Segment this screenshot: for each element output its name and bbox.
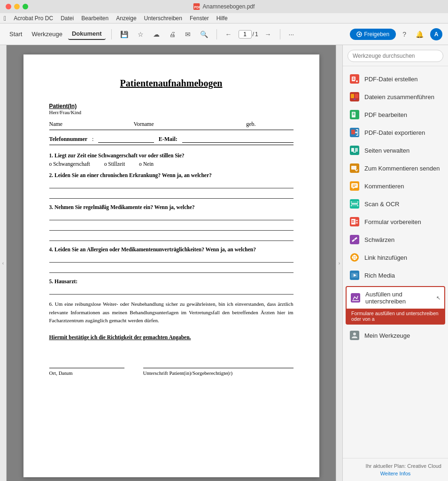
pages-icon bbox=[349, 145, 360, 155]
q2-line-1 bbox=[49, 181, 294, 188]
notification-icon[interactable]: 🔔 bbox=[413, 29, 426, 40]
tool-pdf-create[interactable]: PDF-Datei erstellen bbox=[343, 70, 448, 88]
save-icon[interactable]: 💾 bbox=[117, 29, 131, 40]
tool-export[interactable]: PDF-Datei exportieren bbox=[343, 124, 448, 141]
tool-fill-sign[interactable]: Ausfüllen und unterschreiben ↖ bbox=[347, 287, 444, 309]
tool-fill-sign-label: Ausfüllen und unterschreiben bbox=[365, 291, 432, 305]
svg-rect-39 bbox=[352, 222, 354, 223]
tool-media[interactable]: Rich Media bbox=[343, 266, 448, 284]
tools-button[interactable]: Werkzeuge bbox=[28, 29, 66, 39]
tool-scan[interactable]: Scan & OCR bbox=[343, 195, 448, 213]
q4-line-1 bbox=[49, 255, 294, 263]
bookmark-icon[interactable]: ☆ bbox=[135, 29, 147, 40]
tool-form-label: Formular vorbereiten bbox=[364, 218, 421, 225]
help-icon[interactable]: ? bbox=[400, 29, 409, 40]
tool-link[interactable]: Link hinzufügen bbox=[343, 248, 448, 266]
email-label: E-Mail: bbox=[159, 136, 178, 143]
more-options-icon[interactable]: ··· bbox=[286, 29, 297, 40]
confirmation-text: Hiermit bestätige ich die Richtigkeit de… bbox=[49, 334, 294, 340]
menu-app[interactable]: Acrobat Pro DC bbox=[14, 15, 53, 22]
scan-icon bbox=[349, 199, 360, 209]
q3-line-3 bbox=[49, 233, 294, 241]
tools-search-input[interactable] bbox=[348, 50, 443, 62]
toolbar-separator-2 bbox=[216, 29, 217, 39]
pdf-document: Patientenaufnahmebogen Patient(In) Herr/… bbox=[23, 54, 319, 477]
tool-export-label: PDF-Datei exportieren bbox=[364, 129, 425, 136]
menu-datei[interactable]: Datei bbox=[61, 15, 74, 22]
fill-sign-icon bbox=[350, 293, 361, 303]
merge-icon bbox=[349, 92, 360, 102]
zoom-icon[interactable]: 🔍 bbox=[197, 29, 211, 40]
menu-anzeige[interactable]: Anzeige bbox=[116, 15, 136, 22]
close-button[interactable] bbox=[6, 4, 11, 9]
tool-form[interactable]: Formular vorbereiten bbox=[343, 213, 448, 231]
tool-fill-sign-container: Ausfüllen und unterschreiben ↖ Formulare… bbox=[346, 286, 445, 325]
svg-rect-40 bbox=[356, 220, 358, 221]
user-avatar[interactable]: A bbox=[430, 28, 442, 40]
q3-line-2 bbox=[49, 223, 294, 231]
sig-left: Ort, Datum bbox=[49, 354, 124, 376]
menu-unterschreiben[interactable]: Unterschreiben bbox=[144, 15, 182, 22]
more-info-link[interactable]: Weitere Infos bbox=[349, 471, 441, 476]
sig-right-label: Unterschrift Patient(in)/Sorgeberechtigt… bbox=[143, 370, 294, 376]
page-number-input[interactable] bbox=[239, 30, 252, 39]
export-icon bbox=[349, 127, 360, 138]
cursor-indicator: ↖ bbox=[436, 295, 440, 301]
my-tools-icon bbox=[349, 330, 360, 341]
share-button[interactable]: Freigeben bbox=[350, 29, 396, 40]
right-panel: PDF-Datei erstellen Dateien zusammenführ… bbox=[342, 45, 448, 481]
q1-opt3: o Nein bbox=[139, 161, 154, 167]
tool-my-tools[interactable]: Mein Werkzeuge bbox=[343, 326, 448, 344]
prev-page-icon[interactable]: ← bbox=[223, 29, 235, 40]
tool-link-label: Link hinzufügen bbox=[364, 254, 407, 261]
fullscreen-button[interactable] bbox=[23, 4, 28, 9]
patient-sub: Herr/Frau/Kind bbox=[49, 109, 294, 115]
signature-section: Ort, Datum Unterschrift Patient(in)/Sorg… bbox=[49, 354, 294, 376]
question-4: 4. Leiden Sie an Allergien oder Medikame… bbox=[49, 247, 294, 273]
q4-text: 4. Leiden Sie an Allergien oder Medikame… bbox=[49, 247, 294, 252]
tool-pages-label: Seiten verwalten bbox=[364, 147, 409, 154]
tool-merge-label: Dateien zusammenführen bbox=[364, 93, 434, 101]
q5-line-1 bbox=[49, 287, 294, 295]
patient-label-section: Patient(In) Herr/Frau/Kind bbox=[49, 103, 294, 115]
tool-edit[interactable]: PDF bearbeiten bbox=[343, 106, 448, 124]
svg-rect-41 bbox=[356, 222, 358, 224]
svg-rect-38 bbox=[352, 220, 354, 221]
send-icon[interactable]: ✉ bbox=[182, 29, 193, 40]
menu-bearbeiten[interactable]: Bearbeiten bbox=[81, 15, 108, 22]
document-button[interactable]: Dokument bbox=[68, 28, 106, 40]
tool-scan-label: Scan & OCR bbox=[364, 201, 399, 208]
tool-comment-label: Kommentieren bbox=[364, 183, 404, 190]
tool-pages[interactable]: Seiten verwalten bbox=[343, 141, 448, 159]
next-page-icon[interactable]: → bbox=[262, 29, 274, 40]
svg-rect-4 bbox=[352, 77, 355, 81]
link-icon bbox=[349, 252, 360, 263]
tool-comment[interactable]: Kommentieren bbox=[343, 177, 448, 195]
toolbar-right: Freigeben ? 🔔 A bbox=[350, 28, 442, 40]
right-panel-toggle[interactable]: › bbox=[336, 45, 342, 481]
traffic-lights bbox=[6, 4, 28, 9]
tool-redact[interactable]: Schwärzen bbox=[343, 231, 448, 248]
q1-options: o Schwangerschaft o Stillzeit o Nein bbox=[49, 161, 294, 167]
minimize-button[interactable] bbox=[14, 4, 20, 9]
menu-fenster[interactable]: Fenster bbox=[190, 15, 209, 22]
apple-menu[interactable]:  bbox=[4, 15, 6, 22]
left-panel-toggle[interactable]: ‹ bbox=[0, 45, 7, 481]
menu-hilfe[interactable]: Hilfe bbox=[216, 15, 228, 22]
question-6: 6. Um eine reibungslose Weiter- oder Neu… bbox=[49, 300, 294, 325]
geb-label: geb. bbox=[246, 121, 255, 128]
q2-line-2 bbox=[49, 191, 294, 199]
svg-text:PDF: PDF bbox=[194, 6, 200, 9]
q5-text: 5. Hausarzt: bbox=[49, 279, 294, 284]
print-icon[interactable]: 🖨 bbox=[166, 29, 178, 40]
tool-merge[interactable]: Dateien zusammenführen bbox=[343, 88, 448, 106]
svg-rect-20 bbox=[351, 148, 354, 152]
comment-send-icon bbox=[349, 163, 360, 173]
toolbar-separator-1 bbox=[111, 29, 112, 39]
share-icon bbox=[356, 31, 362, 37]
cloud-icon[interactable]: ☁ bbox=[150, 29, 162, 40]
question-3: 3. Nehmen Sie regelmäßig Medikamente ein… bbox=[49, 204, 294, 241]
start-button[interactable]: Start bbox=[6, 29, 26, 39]
toolbar-separator-3 bbox=[280, 29, 280, 39]
tool-comment-send[interactable]: Zum Kommentieren senden bbox=[343, 159, 448, 177]
